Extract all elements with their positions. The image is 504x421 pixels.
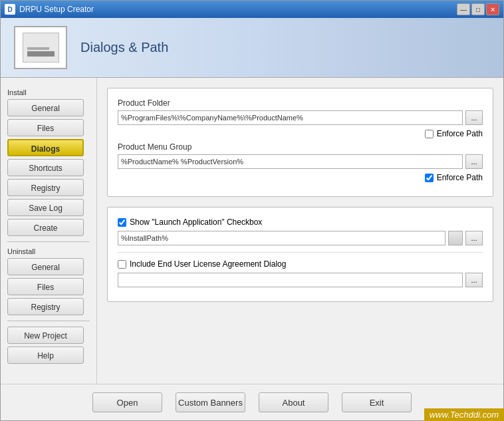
uninstall-label: Uninstall <box>7 247 90 255</box>
title-bar: D DRPU Setup Creator — □ ✕ <box>1 1 503 18</box>
sidebar-divider-2 <box>7 321 90 321</box>
show-launch-checkbox[interactable] <box>118 218 126 227</box>
sidebar-item-u-files[interactable]: Files <box>7 278 84 295</box>
sidebar-item-registry[interactable]: Registry <box>7 179 84 196</box>
about-button[interactable]: About <box>259 392 328 412</box>
eula-row: Include End User License Agreement Dialo… <box>118 259 483 269</box>
enforce-path-1-checkbox[interactable] <box>425 130 434 138</box>
enforce-path-2-checkbox[interactable] <box>425 174 434 182</box>
product-menu-input[interactable] <box>118 154 463 169</box>
sidebar: Install General Files Dialogs Shortcuts … <box>1 78 97 384</box>
window-title: DRPU Setup Creator <box>19 5 94 14</box>
eula-label: Include End User License Agreement Dialo… <box>130 259 286 269</box>
sidebar-item-general[interactable]: General <box>7 99 84 116</box>
install-path-browse[interactable]: ... <box>465 231 483 245</box>
minimize-button[interactable]: — <box>457 3 470 15</box>
sidebar-item-newproject[interactable]: New Project <box>7 327 84 344</box>
product-folder-input[interactable] <box>118 110 463 125</box>
product-menu-browse[interactable]: ... <box>465 154 483 169</box>
header: Dialogs & Path <box>1 18 503 78</box>
page-title: Dialogs & Path <box>80 40 168 55</box>
section-sep <box>118 252 483 253</box>
sidebar-item-create[interactable]: Create <box>7 219 84 236</box>
product-folder-label: Product Folder <box>118 98 483 108</box>
content-area: Install General Files Dialogs Shortcuts … <box>1 78 503 384</box>
sidebar-item-shortcuts[interactable]: Shortcuts <box>7 159 84 176</box>
title-bar-left: D DRPU Setup Creator <box>5 4 94 15</box>
watermark: www.Techddi.com <box>424 408 504 421</box>
logo-inner <box>23 33 59 63</box>
sidebar-item-savelog[interactable]: Save Log <box>7 199 84 216</box>
dialogs-panel: Show "Launch Application" Checkbox ... I… <box>107 207 493 302</box>
show-launch-row: Show "Launch Application" Checkbox <box>118 217 483 227</box>
install-label: Install <box>7 88 90 96</box>
open-button[interactable]: Open <box>92 392 162 412</box>
main-panel: Product Folder ... Enforce Path Product … <box>97 78 503 384</box>
sidebar-item-u-registry[interactable]: Registry <box>7 298 84 315</box>
show-launch-label: Show "Launch Application" Checkbox <box>130 217 262 227</box>
install-path-small-btn[interactable] <box>448 231 463 245</box>
title-controls: — □ ✕ <box>457 3 499 15</box>
enforce-path-2-label: Enforce Path <box>437 173 483 182</box>
eula-path-browse[interactable]: ... <box>465 273 483 287</box>
sidebar-item-help[interactable]: Help <box>7 347 84 364</box>
enforce-path-1-row: Enforce Path <box>118 129 483 138</box>
paths-panel: Product Folder ... Enforce Path Product … <box>107 88 493 197</box>
install-path-row: ... <box>118 231 483 245</box>
close-button[interactable]: ✕ <box>486 3 499 15</box>
eula-checkbox[interactable] <box>118 260 126 269</box>
product-folder-browse[interactable]: ... <box>465 110 483 125</box>
app-logo <box>14 26 67 69</box>
logo-bar <box>27 51 55 57</box>
eula-path-row: ... <box>118 273 483 287</box>
app-icon: D <box>5 4 15 15</box>
maximize-button[interactable]: □ <box>471 3 485 15</box>
exit-button[interactable]: Exit <box>342 392 412 412</box>
sidebar-item-files[interactable]: Files <box>7 119 84 136</box>
product-folder-row: ... <box>118 110 483 125</box>
enforce-path-1-label: Enforce Path <box>437 129 483 138</box>
product-menu-row: ... <box>118 154 483 169</box>
product-menu-label: Product Menu Group <box>118 142 483 152</box>
install-path-input[interactable] <box>118 231 445 245</box>
sidebar-divider <box>7 241 90 242</box>
eula-path-input[interactable] <box>118 273 463 287</box>
custom-banners-button[interactable]: Custom Banners <box>176 392 245 412</box>
main-window: D DRPU Setup Creator — □ ✕ Dialogs & Pat… <box>0 0 504 421</box>
sidebar-item-dialogs[interactable]: Dialogs <box>7 139 84 156</box>
enforce-path-2-row: Enforce Path <box>118 173 483 182</box>
sidebar-item-u-general[interactable]: General <box>7 258 84 275</box>
logo-bar2 <box>27 47 49 50</box>
